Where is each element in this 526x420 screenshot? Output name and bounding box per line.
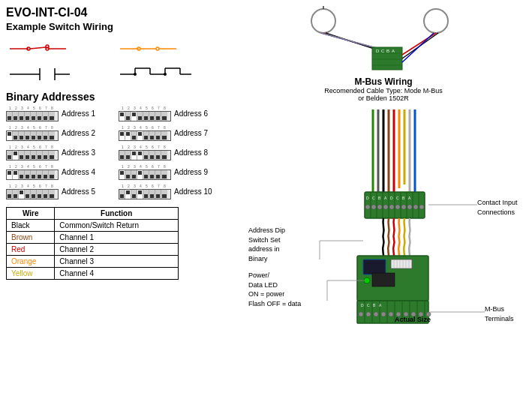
svg-text:D: D xyxy=(366,196,369,200)
power-led-label: Power/Data LEDON = powerFlash OFF = data xyxy=(248,272,301,308)
wire-color-brown: Brown xyxy=(7,232,55,244)
svg-point-72 xyxy=(371,205,376,209)
page-title: EVO-INT-CI-04 xyxy=(6,6,224,20)
wire-color-black: Black xyxy=(7,220,55,232)
svg-point-24 xyxy=(134,73,137,76)
svg-text:C: C xyxy=(367,303,370,308)
svg-text:D: D xyxy=(390,196,393,200)
actual-size-text: Actual Size xyxy=(395,316,431,323)
wire-row-yellow: Yellow Channel 4 xyxy=(7,268,179,280)
mbus-terminals-annotation: M-Bus Terminals xyxy=(485,304,522,323)
page-subtitle: Example Switch Wiring xyxy=(6,21,224,32)
contact-input-annotation: Contact Input Connections xyxy=(477,198,522,217)
wire-function-orange: Channel 3 xyxy=(55,256,179,268)
svg-point-8 xyxy=(156,47,159,50)
svg-point-112 xyxy=(381,312,386,316)
address-row-5: 1234 5678 Address 5 xyxy=(6,184,111,200)
svg-point-113 xyxy=(389,312,393,316)
svg-line-32 xyxy=(319,32,379,49)
svg-point-76 xyxy=(395,205,400,209)
address-row-7: 1234 5678 Address 7 xyxy=(119,125,224,141)
svg-point-71 xyxy=(365,205,370,209)
svg-rect-85 xyxy=(363,260,386,274)
switch-diagram-3 xyxy=(6,62,113,83)
mbus-terminals-label: M-Bus Terminals xyxy=(485,305,514,322)
dip-switch-3: 1234 5678 xyxy=(6,145,59,160)
switch-diagram-4 xyxy=(116,62,224,83)
wire-table-header-function: Function xyxy=(55,208,179,220)
address-label-2: Address 2 xyxy=(62,129,95,137)
address-label-3: Address 3 xyxy=(62,148,95,157)
dip-switch-10: 1234 5678 xyxy=(119,184,171,200)
svg-text:C: C xyxy=(396,196,399,200)
device-illustration: D C B A D C B A xyxy=(245,110,522,327)
address-row-8: 1234 5678 Address 8 xyxy=(119,145,224,160)
wire-function-brown: Channel 1 xyxy=(55,232,179,244)
dip-switch-8: 1234 5678 xyxy=(119,145,171,160)
mbus-cable-note: Recomended Cable Type: Mode M-Bus xyxy=(245,87,522,94)
svg-point-4 xyxy=(46,47,49,50)
wire-table: Wire Function Black Common/Switch Return… xyxy=(6,207,179,280)
svg-point-74 xyxy=(383,205,388,209)
dip-switch-2: 1234 5678 xyxy=(6,125,59,141)
wire-row-black: Black Common/Switch Return xyxy=(7,220,179,232)
svg-point-110 xyxy=(366,312,371,316)
dip-switch-5: 1234 5678 xyxy=(6,184,59,200)
address-label-8: Address 8 xyxy=(174,148,208,157)
svg-point-75 xyxy=(389,205,394,209)
dip-switch-1: 1234 5678 xyxy=(6,106,59,122)
dip-switch-4: 1234 5678 xyxy=(6,164,59,180)
wire-function-yellow: Channel 4 xyxy=(55,268,179,280)
address-label-9: Address 9 xyxy=(174,168,208,176)
address-row-2: 1234 5678 Address 2 xyxy=(6,125,111,141)
svg-point-109 xyxy=(359,312,363,316)
wire-function-black: Common/Switch Return xyxy=(55,220,179,232)
address-row-4: 1234 5678 Address 4 xyxy=(6,164,111,180)
svg-text:C: C xyxy=(372,196,375,200)
switch-diagram-1 xyxy=(6,38,113,59)
address-row-6: 1234 5678 Address 6 xyxy=(119,106,224,122)
binary-addresses-title: Binary Addresses xyxy=(6,91,224,103)
mbus-cable-note2: or Belden 1502R xyxy=(245,94,522,102)
svg-rect-94 xyxy=(372,273,395,286)
svg-text:B: B xyxy=(386,49,389,53)
address-row-10: 1234 5678 Address 10 xyxy=(119,184,224,200)
address-label-10: Address 10 xyxy=(174,188,212,196)
wire-color-yellow: Yellow xyxy=(7,268,55,280)
svg-text:A: A xyxy=(392,49,395,53)
svg-point-73 xyxy=(377,205,382,209)
address-label-6: Address 6 xyxy=(174,110,208,118)
svg-point-79 xyxy=(413,205,418,209)
svg-text:C: C xyxy=(381,49,385,53)
svg-line-3 xyxy=(30,47,46,49)
dip-switch-6: 1234 5678 xyxy=(119,106,171,122)
svg-text:D: D xyxy=(361,303,364,308)
address-row-1: 1234 5678 Address 1 xyxy=(6,106,111,122)
svg-line-43 xyxy=(402,33,434,62)
dip-switch-7: 1234 5678 xyxy=(119,125,171,141)
dip-switch-9: 1234 5678 xyxy=(119,164,171,180)
wire-row-orange: Orange Channel 3 xyxy=(7,256,179,268)
wire-color-red: Red xyxy=(7,244,55,256)
switch-diagram-2 xyxy=(116,38,224,59)
svg-text:D: D xyxy=(376,49,380,53)
wire-row-brown: Brown Channel 1 xyxy=(7,232,179,244)
mbus-title: M-Bus Wiring xyxy=(245,76,522,87)
svg-point-111 xyxy=(374,312,378,316)
power-led-annotation: Power/Data LEDON = powerFlash OFF = data xyxy=(248,271,316,308)
address-dip-annotation: Address DipSwitch Setaddress inBinary xyxy=(248,226,320,263)
actual-size-label: Actual Size xyxy=(395,316,431,323)
address-row-3: 1234 5678 Address 3 xyxy=(6,145,111,160)
svg-point-26 xyxy=(311,9,335,33)
address-dip-label: Address DipSwitch Setaddress inBinary xyxy=(248,226,285,262)
wire-row-red: Red Channel 2 xyxy=(7,244,179,256)
address-label-5: Address 5 xyxy=(62,188,95,196)
mbus-top-diagram: D C B A M-Bus Wiring Recomended Cable Ty… xyxy=(245,6,522,102)
address-row-9: 1234 5678 Address 9 xyxy=(119,164,224,180)
svg-point-78 xyxy=(407,205,412,209)
wire-color-orange: Orange xyxy=(7,256,55,268)
wire-function-red: Channel 2 xyxy=(55,244,179,256)
address-label-7: Address 7 xyxy=(174,129,208,137)
svg-point-77 xyxy=(401,205,406,209)
svg-point-25 xyxy=(164,73,167,76)
